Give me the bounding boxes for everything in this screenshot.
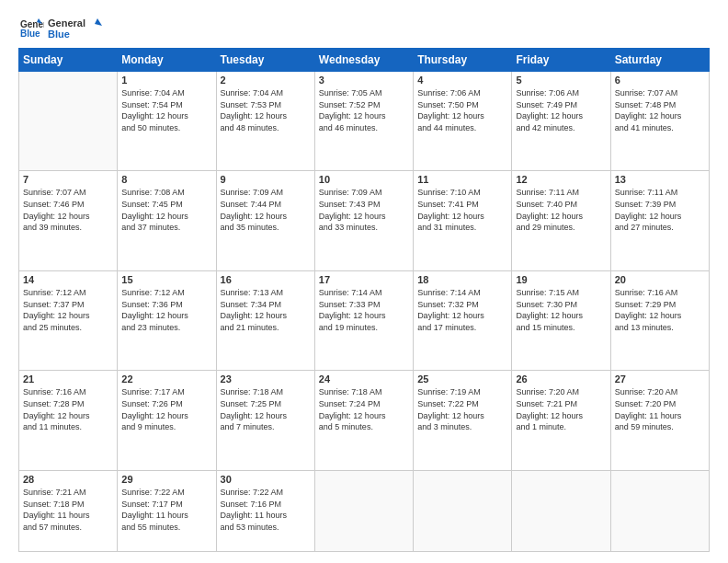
calendar-cell: 26Sunrise: 7:20 AM Sunset: 7:21 PM Dayli… <box>512 371 610 470</box>
day-number: 5 <box>516 75 606 86</box>
day-number: 4 <box>417 75 507 86</box>
calendar-cell <box>610 470 709 551</box>
day-info: Sunrise: 7:19 AM Sunset: 7:22 PM Dayligh… <box>417 386 507 432</box>
day-info: Sunrise: 7:12 AM Sunset: 7:37 PM Dayligh… <box>23 287 113 333</box>
day-number: 12 <box>516 174 606 185</box>
day-number: 13 <box>615 174 705 185</box>
day-number: 21 <box>23 373 113 385</box>
day-info: Sunrise: 7:04 AM Sunset: 7:53 PM Dayligh… <box>221 87 311 133</box>
day-info: Sunrise: 7:20 AM Sunset: 7:20 PM Dayligh… <box>615 386 705 432</box>
day-info: Sunrise: 7:10 AM Sunset: 7:41 PM Dayligh… <box>417 187 507 233</box>
day-info: Sunrise: 7:17 AM Sunset: 7:26 PM Dayligh… <box>121 386 211 432</box>
calendar-cell: 28Sunrise: 7:21 AM Sunset: 7:18 PM Dayli… <box>19 470 118 551</box>
calendar-cell: 27Sunrise: 7:20 AM Sunset: 7:20 PM Dayli… <box>610 371 709 470</box>
calendar-cell: 7Sunrise: 7:07 AM Sunset: 7:46 PM Daylig… <box>19 171 118 270</box>
logo-text: General Blue <box>48 15 103 40</box>
day-info: Sunrise: 7:13 AM Sunset: 7:34 PM Dayligh… <box>221 287 311 333</box>
calendar-cell: 1Sunrise: 7:04 AM Sunset: 7:54 PM Daylig… <box>118 72 216 171</box>
calendar-cell: 23Sunrise: 7:18 AM Sunset: 7:25 PM Dayli… <box>216 371 314 470</box>
day-number: 24 <box>319 373 409 385</box>
calendar-cell: 13Sunrise: 7:11 AM Sunset: 7:39 PM Dayli… <box>610 171 709 270</box>
day-number: 11 <box>417 174 507 185</box>
calendar-cell: 2Sunrise: 7:04 AM Sunset: 7:53 PM Daylig… <box>216 72 314 171</box>
calendar-cell: 29Sunrise: 7:22 AM Sunset: 7:17 PM Dayli… <box>118 470 216 551</box>
day-info: Sunrise: 7:14 AM Sunset: 7:33 PM Dayligh… <box>319 287 409 333</box>
logo-icon: General Blue <box>18 15 44 40</box>
day-info: Sunrise: 7:06 AM Sunset: 7:49 PM Dayligh… <box>516 87 606 133</box>
calendar-cell: 11Sunrise: 7:10 AM Sunset: 7:41 PM Dayli… <box>414 171 512 270</box>
day-info: Sunrise: 7:14 AM Sunset: 7:32 PM Dayligh… <box>417 287 507 333</box>
calendar-cell: 9Sunrise: 7:09 AM Sunset: 7:44 PM Daylig… <box>216 171 314 270</box>
day-number: 14 <box>23 274 113 285</box>
day-number: 28 <box>23 474 113 485</box>
weekday-header-saturday: Saturday <box>610 49 709 72</box>
day-number: 10 <box>319 174 409 185</box>
day-info: Sunrise: 7:16 AM Sunset: 7:29 PM Dayligh… <box>615 287 705 333</box>
day-number: 16 <box>221 274 311 285</box>
svg-text:General: General <box>48 17 85 29</box>
day-info: Sunrise: 7:15 AM Sunset: 7:30 PM Dayligh… <box>516 287 606 333</box>
weekday-header-friday: Friday <box>512 49 610 72</box>
day-number: 26 <box>516 373 606 385</box>
calendar-cell: 19Sunrise: 7:15 AM Sunset: 7:30 PM Dayli… <box>512 270 610 370</box>
calendar-cell <box>512 470 610 551</box>
day-number: 9 <box>221 174 311 185</box>
calendar-cell: 14Sunrise: 7:12 AM Sunset: 7:37 PM Dayli… <box>19 270 118 370</box>
day-number: 22 <box>121 373 211 385</box>
day-number: 29 <box>121 474 211 485</box>
calendar-cell: 10Sunrise: 7:09 AM Sunset: 7:43 PM Dayli… <box>314 171 413 270</box>
svg-marker-5 <box>95 18 102 26</box>
day-info: Sunrise: 7:22 AM Sunset: 7:16 PM Dayligh… <box>221 487 311 533</box>
day-number: 1 <box>121 75 211 86</box>
calendar-cell: 5Sunrise: 7:06 AM Sunset: 7:49 PM Daylig… <box>512 72 610 171</box>
weekday-header-sunday: Sunday <box>19 49 118 72</box>
day-info: Sunrise: 7:08 AM Sunset: 7:45 PM Dayligh… <box>121 187 211 233</box>
day-number: 18 <box>417 274 507 285</box>
calendar-cell: 12Sunrise: 7:11 AM Sunset: 7:40 PM Dayli… <box>512 171 610 270</box>
calendar-cell: 16Sunrise: 7:13 AM Sunset: 7:34 PM Dayli… <box>216 270 314 370</box>
svg-text:Blue: Blue <box>20 29 40 39</box>
day-number: 20 <box>615 274 705 285</box>
weekday-header-monday: Monday <box>118 49 216 72</box>
day-number: 3 <box>319 75 409 86</box>
weekday-header-thursday: Thursday <box>414 49 512 72</box>
calendar-cell <box>314 470 413 551</box>
day-number: 23 <box>221 373 311 385</box>
svg-text:Blue: Blue <box>48 29 70 40</box>
day-info: Sunrise: 7:22 AM Sunset: 7:17 PM Dayligh… <box>121 487 211 533</box>
day-number: 17 <box>319 274 409 285</box>
day-number: 30 <box>221 474 311 485</box>
weekday-header-tuesday: Tuesday <box>216 49 314 72</box>
day-info: Sunrise: 7:09 AM Sunset: 7:43 PM Dayligh… <box>319 187 409 233</box>
day-info: Sunrise: 7:07 AM Sunset: 7:48 PM Dayligh… <box>615 87 705 133</box>
calendar-cell: 20Sunrise: 7:16 AM Sunset: 7:29 PM Dayli… <box>610 270 709 370</box>
day-info: Sunrise: 7:05 AM Sunset: 7:52 PM Dayligh… <box>319 87 409 133</box>
day-number: 7 <box>23 174 113 185</box>
logo: General Blue General Blue <box>18 15 103 40</box>
day-number: 8 <box>121 174 211 185</box>
day-number: 15 <box>121 274 211 285</box>
day-info: Sunrise: 7:07 AM Sunset: 7:46 PM Dayligh… <box>23 187 113 233</box>
day-info: Sunrise: 7:16 AM Sunset: 7:28 PM Dayligh… <box>23 386 113 432</box>
day-info: Sunrise: 7:12 AM Sunset: 7:36 PM Dayligh… <box>121 287 211 333</box>
day-info: Sunrise: 7:11 AM Sunset: 7:39 PM Dayligh… <box>615 187 705 233</box>
day-info: Sunrise: 7:21 AM Sunset: 7:18 PM Dayligh… <box>23 487 113 533</box>
calendar-table: SundayMondayTuesdayWednesdayThursdayFrid… <box>18 48 710 552</box>
calendar-cell: 25Sunrise: 7:19 AM Sunset: 7:22 PM Dayli… <box>414 371 512 470</box>
calendar-cell: 18Sunrise: 7:14 AM Sunset: 7:32 PM Dayli… <box>414 270 512 370</box>
day-info: Sunrise: 7:04 AM Sunset: 7:54 PM Dayligh… <box>121 87 211 133</box>
calendar-cell: 21Sunrise: 7:16 AM Sunset: 7:28 PM Dayli… <box>19 371 118 470</box>
calendar-cell <box>414 470 512 551</box>
day-number: 19 <box>516 274 606 285</box>
day-number: 2 <box>221 75 311 86</box>
day-info: Sunrise: 7:06 AM Sunset: 7:50 PM Dayligh… <box>417 87 507 133</box>
calendar-cell: 17Sunrise: 7:14 AM Sunset: 7:33 PM Dayli… <box>314 270 413 370</box>
day-info: Sunrise: 7:18 AM Sunset: 7:24 PM Dayligh… <box>319 386 409 432</box>
page-header: General Blue General Blue <box>18 15 710 40</box>
calendar-cell: 22Sunrise: 7:17 AM Sunset: 7:26 PM Dayli… <box>118 371 216 470</box>
calendar-cell: 6Sunrise: 7:07 AM Sunset: 7:48 PM Daylig… <box>610 72 709 171</box>
day-number: 27 <box>615 373 705 385</box>
calendar-cell: 15Sunrise: 7:12 AM Sunset: 7:36 PM Dayli… <box>118 270 216 370</box>
weekday-header-wednesday: Wednesday <box>314 49 413 72</box>
calendar-cell: 4Sunrise: 7:06 AM Sunset: 7:50 PM Daylig… <box>414 72 512 171</box>
